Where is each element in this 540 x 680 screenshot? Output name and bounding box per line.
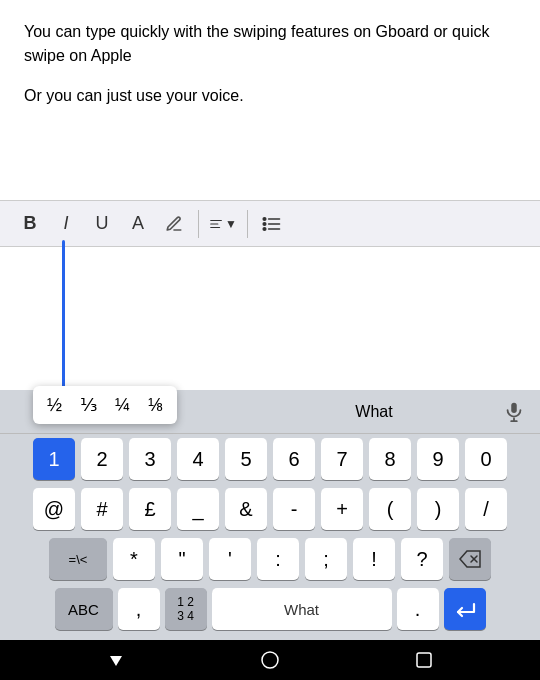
key-3[interactable]: 3 <box>129 438 171 480</box>
key-2[interactable]: 2 <box>81 438 123 480</box>
key-plus[interactable]: + <box>321 488 363 530</box>
fraction-quarter[interactable]: ¼ <box>109 391 136 420</box>
key-pound[interactable]: £ <box>129 488 171 530</box>
svg-rect-16 <box>417 653 431 667</box>
svg-rect-9 <box>511 402 517 412</box>
key-9[interactable]: 9 <box>417 438 459 480</box>
svg-point-7 <box>263 222 266 225</box>
key-backspace[interactable] <box>449 538 491 580</box>
key-double-quote[interactable]: " <box>161 538 203 580</box>
text-area[interactable]: You can type quickly with the swiping fe… <box>0 0 540 200</box>
toolbar-divider2 <box>247 210 248 238</box>
key-close-paren[interactable]: ) <box>417 488 459 530</box>
key-symbols-shift[interactable]: =\< <box>49 538 107 580</box>
key-question[interactable]: ? <box>401 538 443 580</box>
recents-icon <box>416 652 432 668</box>
pen-icon <box>165 215 183 233</box>
nav-recents-button[interactable] <box>416 652 432 668</box>
svg-point-8 <box>263 227 266 230</box>
nav-home-button[interactable] <box>261 651 279 669</box>
key-0[interactable]: 0 <box>465 438 507 480</box>
list-button[interactable] <box>254 207 290 241</box>
svg-point-15 <box>262 652 278 668</box>
key-8[interactable]: 8 <box>369 438 411 480</box>
toolbar-divider <box>198 210 199 238</box>
mic-icon <box>503 401 525 423</box>
number-row: ½ ⅓ ¼ ⅛ 1 2 3 4 5 6 7 8 9 0 <box>0 438 540 480</box>
key-minus[interactable]: - <box>273 488 315 530</box>
format-toolbar: B I U A ▼ <box>0 201 540 247</box>
key-space[interactable]: What <box>212 588 392 630</box>
key-open-paren[interactable]: ( <box>369 488 411 530</box>
key-abc[interactable]: ABC <box>55 588 113 630</box>
fraction-half[interactable]: ½ <box>41 391 68 420</box>
align-dropdown-arrow: ▼ <box>225 217 237 231</box>
enter-icon <box>454 600 476 618</box>
key-hash[interactable]: # <box>81 488 123 530</box>
align-button[interactable]: ▼ <box>205 207 241 241</box>
key-comma[interactable]: , <box>118 588 160 630</box>
mic-button[interactable] <box>496 394 532 430</box>
key-6[interactable]: 6 <box>273 438 315 480</box>
symbols-row: @ # £ _ & - + ( ) / <box>0 488 540 530</box>
key-1[interactable]: 1 <box>33 438 75 480</box>
suggestion-word[interactable]: What <box>252 403 496 421</box>
svg-marker-14 <box>110 656 122 666</box>
keyboard: What ½ ⅓ ¼ ⅛ 1 2 3 <box>0 390 540 680</box>
keys-section: ½ ⅓ ¼ ⅛ 1 2 3 4 5 6 7 8 9 0 @ # £ _ & - <box>0 434 540 640</box>
key-asterisk[interactable]: * <box>113 538 155 580</box>
italic-button[interactable]: I <box>48 207 84 241</box>
key-1-container: ½ ⅓ ¼ ⅛ 1 <box>33 438 75 480</box>
nav-bar <box>0 640 540 680</box>
key-single-quote[interactable]: ' <box>209 538 251 580</box>
key-at[interactable]: @ <box>33 488 75 530</box>
key-semicolon[interactable]: ; <box>305 538 347 580</box>
key-slash[interactable]: / <box>465 488 507 530</box>
svg-point-6 <box>263 217 266 220</box>
align-icon <box>209 214 223 234</box>
bottom-row: ABC , 1 23 4 What . <box>0 588 540 630</box>
pen-button[interactable] <box>156 207 192 241</box>
key-colon[interactable]: : <box>257 538 299 580</box>
key-exclaim[interactable]: ! <box>353 538 395 580</box>
key-num-layout[interactable]: 1 23 4 <box>165 588 207 630</box>
font-button[interactable]: A <box>120 207 156 241</box>
fraction-third[interactable]: ⅓ <box>74 390 103 420</box>
paragraph-1: You can type quickly with the swiping fe… <box>24 20 516 68</box>
key-period[interactable]: . <box>397 588 439 630</box>
key-enter[interactable] <box>444 588 486 630</box>
paragraph-2: Or you can just use your voice. <box>24 84 516 108</box>
fraction-eighth[interactable]: ⅛ <box>142 391 169 420</box>
key-4[interactable]: 4 <box>177 438 219 480</box>
cursor-line <box>62 240 65 390</box>
nav-back-button[interactable] <box>108 652 124 668</box>
underline-button[interactable]: U <box>84 207 120 241</box>
key-7[interactable]: 7 <box>321 438 363 480</box>
key-underscore[interactable]: _ <box>177 488 219 530</box>
bold-button[interactable]: B <box>12 207 48 241</box>
list-icon <box>262 214 282 234</box>
key-5[interactable]: 5 <box>225 438 267 480</box>
key-ampersand[interactable]: & <box>225 488 267 530</box>
back-icon <box>108 652 124 668</box>
home-icon <box>261 651 279 669</box>
fraction-popup: ½ ⅓ ¼ ⅛ <box>33 386 177 424</box>
symbols-row-2: =\< * " ' : ; ! ? <box>0 538 540 580</box>
backspace-icon <box>459 550 481 568</box>
